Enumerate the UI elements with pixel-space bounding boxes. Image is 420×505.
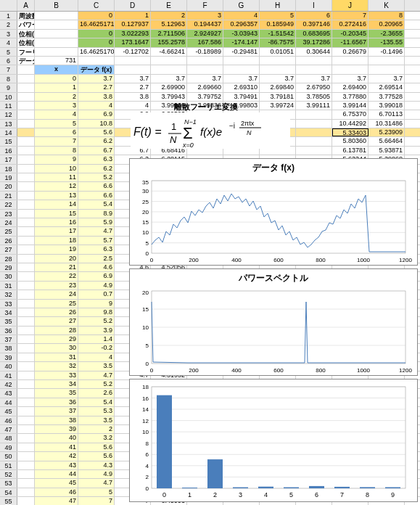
cell[interactable]: 0 [78,38,115,46]
cell[interactable]: 0.20965 [368,20,405,28]
cell-x[interactable]: 3 [35,102,78,110]
row-9[interactable]: 9 [0,83,17,91]
cell-x[interactable]: 12 [35,182,78,190]
cell-x[interactable]: 25 [35,300,78,308]
cell[interactable]: 2.69400 [332,83,368,91]
row-7[interactable]: 7 [0,65,17,73]
cell[interactable]: 5.23909 [368,128,405,136]
cell-fx[interactable]: 5.2 [78,380,115,388]
cell-x[interactable]: 31 [35,353,78,361]
chart-fx[interactable]: データ f(x) 0 5 10 15 20 25 [129,158,418,266]
cell-fx[interactable]: -0.2 [78,344,115,352]
cell-x[interactable]: 18 [35,237,78,245]
cell-x[interactable]: 42 [35,452,78,460]
cell[interactable]: 3.7 [223,75,260,83]
cell-fx[interactable]: 5.7 [78,237,115,245]
corner[interactable] [0,0,17,11]
cell-x[interactable]: 23 [35,282,78,290]
cell[interactable]: -0.12702 [115,48,151,56]
cell[interactable]: 3.8 [115,93,151,101]
row-14[interactable]: 14 [0,128,17,136]
cell-x[interactable]: 35 [35,389,78,397]
row-40[interactable]: 40 [0,362,17,370]
cell-x[interactable]: 10 [35,165,78,173]
cell[interactable] [296,137,332,145]
cell[interactable]: 3.7 [187,75,223,83]
cell-fx[interactable]: 4 [78,102,115,110]
row-22[interactable]: 22 [0,200,17,208]
cell[interactable]: -0.1496 [368,48,405,56]
row-27[interactable]: 27 [0,245,17,253]
cell-x[interactable]: 28 [35,327,78,334]
cell-x[interactable]: 24 [35,290,78,298]
cell-x[interactable]: 8 [35,147,78,155]
cell[interactable]: 173.1647 [115,38,151,46]
cell-x[interactable]: 45 [35,479,78,487]
cell-fx[interactable]: 5 [78,488,115,496]
cell[interactable]: 8 [368,12,405,20]
cell-fx[interactable]: 5.2 [78,173,115,181]
cell-fx[interactable]: 4.3 [78,461,115,469]
cell-fx[interactable]: 5.4 [78,398,115,406]
cell[interactable]: 167.586 [187,38,223,46]
cell-fx[interactable]: 6.7 [78,147,115,155]
cell[interactable]: -3.03943 [223,30,260,38]
cell[interactable]: 4 [115,102,151,110]
row-45[interactable]: 45 [0,407,17,415]
cell-x[interactable]: 44 [35,470,78,478]
row-34[interactable]: 34 [0,308,17,316]
cell-x[interactable]: 43 [35,461,78,469]
cell[interactable]: -135.55 [368,38,405,46]
row-5[interactable]: 5 [0,48,17,56]
cell[interactable]: 3.7 [260,75,296,83]
cell[interactable]: 2.67950 [296,83,332,91]
cell-fx[interactable]: 2.7 [78,83,115,91]
cell[interactable]: 3.7 [296,75,332,83]
row-49[interactable]: 49 [0,443,17,451]
cell-x[interactable]: 46 [35,488,78,496]
row-48[interactable]: 48 [0,434,17,442]
col-A[interactable]: A [17,0,35,11]
data-count[interactable]: 731 [35,57,78,65]
cell[interactable]: 3.79181 [260,93,296,101]
row-30[interactable]: 30 [0,272,17,280]
cell[interactable]: 2.69900 [151,83,187,91]
row-25[interactable]: 25 [0,227,17,235]
row-8[interactable]: 8 [0,75,17,83]
cell[interactable]: 0.683695 [296,30,332,38]
cell[interactable]: 0.127937 [115,20,151,28]
cell[interactable]: -0.29481 [223,48,260,56]
cell-fx[interactable]: 6.3 [78,155,115,163]
cell-x[interactable]: 38 [35,416,78,424]
cell[interactable]: 39.17286 [296,38,332,46]
cell-x[interactable]: 22 [35,272,78,280]
cell-x[interactable]: 32 [35,362,78,370]
row-2[interactable]: 2 [0,20,17,28]
cell-x[interactable]: 14 [35,200,78,208]
cell[interactable] [296,128,332,136]
cell-fx[interactable]: 3.5 [78,416,115,424]
cell[interactable] [296,147,332,155]
cell[interactable]: 0.185949 [260,20,296,28]
row-26[interactable]: 26 [0,237,17,245]
cell-x[interactable]: 0 [35,75,78,83]
cell-fx[interactable]: 4 [78,353,115,361]
cell[interactable]: 0.397146 [296,20,332,28]
row-29[interactable]: 29 [0,263,17,271]
cell[interactable]: 0.01051 [260,48,296,56]
row-1[interactable]: 1 [0,12,17,20]
cell-fx[interactable]: 5.6 [78,128,115,136]
cell[interactable]: 10.44292 [332,120,368,128]
cell-fx[interactable]: 9.8 [78,308,115,316]
cell[interactable]: 7 [332,12,368,20]
row-12[interactable]: 12 [0,110,17,118]
cell-x[interactable]: 1 [35,83,78,91]
cell-fx[interactable]: 10.8 [78,120,115,128]
cell[interactable]: 3.99724 [260,102,296,110]
cell-fx[interactable]: 4.7 [78,479,115,487]
cell[interactable]: -2.3655 [368,30,405,38]
header-x[interactable]: x [35,65,78,73]
row-16[interactable]: 16 [0,147,17,155]
cell-x[interactable]: 26 [35,308,78,316]
cell[interactable]: 3.78505 [296,93,332,101]
